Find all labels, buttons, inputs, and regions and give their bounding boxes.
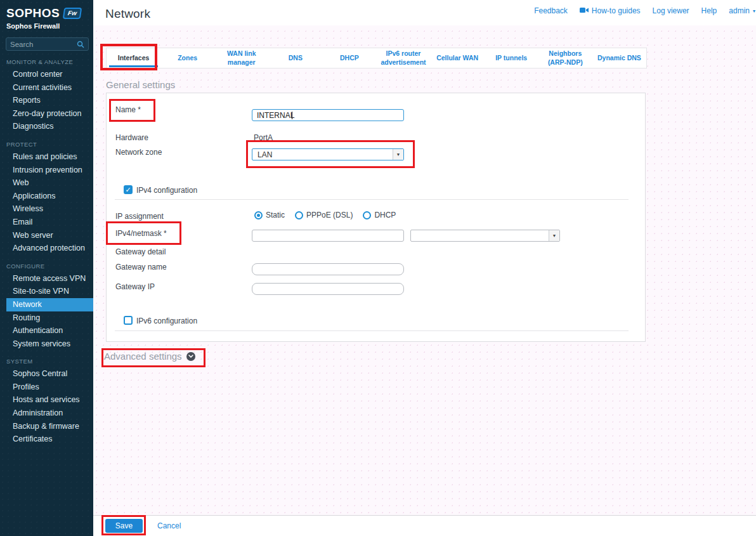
search-input[interactable] bbox=[10, 41, 77, 48]
nav-section-configure: CONFIGURE bbox=[0, 255, 93, 272]
sidebar-item-web[interactable]: Web bbox=[0, 176, 93, 190]
ip-assignment-label: IP assignment bbox=[115, 212, 164, 221]
sidebar-item-intrusion-prevention[interactable]: Intrusion prevention bbox=[0, 164, 93, 177]
howto-guides-link[interactable]: How-to guides bbox=[580, 6, 641, 15]
tab-wan-link-manager[interactable]: WAN link manager bbox=[214, 48, 268, 68]
tab-dhcp[interactable]: DHCP bbox=[322, 48, 376, 68]
gateway-name-input[interactable] bbox=[252, 263, 404, 275]
action-bar: Save Cancel bbox=[93, 515, 756, 536]
sidebar-item-remote-access-vpn[interactable]: Remote access VPN bbox=[0, 272, 93, 285]
tab-dynamic-dns[interactable]: Dynamic DNS bbox=[592, 48, 646, 68]
sidebar-item-diagnostics[interactable]: Diagnostics bbox=[0, 120, 93, 133]
sidebar-item-system-services[interactable]: System services bbox=[0, 337, 93, 351]
text-cursor bbox=[292, 112, 292, 119]
video-camera-icon bbox=[580, 6, 589, 15]
general-settings-panel: Name * Hardware PortA Network zone LAN ▼… bbox=[106, 93, 646, 342]
ip-assignment-options: Static PPPoE (DSL) DHCP bbox=[254, 211, 396, 219]
netmask-select[interactable]: ▼ bbox=[410, 230, 560, 242]
nav-section-protect: PROTECT bbox=[0, 133, 93, 150]
log-viewer-link[interactable]: Log viewer bbox=[653, 6, 689, 15]
sophos-wordmark: SOPHOS bbox=[6, 6, 60, 20]
network-zone-value: LAN bbox=[252, 150, 393, 159]
save-button[interactable]: Save bbox=[105, 519, 143, 533]
sidebar-item-web-server[interactable]: Web server bbox=[0, 229, 93, 242]
help-link[interactable]: Help bbox=[701, 6, 717, 15]
sidebar-item-current-activities[interactable]: Current activities bbox=[0, 81, 93, 95]
name-label: Name * bbox=[115, 105, 141, 114]
sidebar-item-applications[interactable]: Applications bbox=[0, 190, 93, 203]
radio-static-label: Static bbox=[266, 211, 285, 219]
page-title: Network bbox=[105, 7, 150, 21]
sidebar-item-backup-firmware[interactable]: Backup & firmware bbox=[0, 420, 93, 433]
sidebar-item-administration[interactable]: Administration bbox=[0, 407, 93, 420]
sidebar-item-certificates[interactable]: Certificates bbox=[0, 433, 93, 446]
gateway-detail-label: Gateway detail bbox=[115, 247, 166, 256]
ipv4-netmask-label: IPv4/netmask * bbox=[115, 229, 167, 238]
nav-section-monitor-analyze: MONITOR & ANALYZE bbox=[0, 51, 93, 68]
chevron-down-circle-icon[interactable] bbox=[186, 352, 195, 361]
ipv6-configuration-checkbox[interactable] bbox=[124, 316, 133, 325]
radio-static[interactable]: Static bbox=[254, 211, 285, 219]
sidebar-search[interactable] bbox=[6, 37, 89, 51]
sidebar-item-zero-day-protection[interactable]: Zero-day protection bbox=[0, 107, 93, 121]
network-zone-select[interactable]: LAN ▼ bbox=[252, 148, 404, 160]
sidebar-item-reports[interactable]: Reports bbox=[0, 94, 93, 107]
tab-dns[interactable]: DNS bbox=[268, 48, 322, 68]
feedback-label: Feedback bbox=[534, 6, 568, 15]
sidebar-item-wireless[interactable]: Wireless bbox=[0, 202, 93, 216]
help-label: Help bbox=[701, 6, 717, 15]
radio-pppoe-label: PPPoE (DSL) bbox=[306, 211, 353, 219]
radio-unselected-icon bbox=[295, 211, 303, 219]
dropdown-arrow-icon[interactable]: ▼ bbox=[549, 230, 559, 241]
howto-guides-label: How-to guides bbox=[592, 6, 641, 15]
tab-interfaces[interactable]: Interfaces bbox=[107, 48, 160, 68]
radio-pppoe-dsl[interactable]: PPPoE (DSL) bbox=[295, 211, 353, 219]
radio-selected-icon bbox=[254, 211, 263, 219]
sidebar-item-profiles[interactable]: Profiles bbox=[0, 381, 93, 394]
gateway-ip-input[interactable] bbox=[252, 283, 404, 295]
sidebar-item-rules-and-policies[interactable]: Rules and policies bbox=[0, 150, 93, 164]
radio-unselected-icon bbox=[363, 211, 371, 219]
ipv4-configuration-label: IPv4 configuration bbox=[136, 186, 197, 195]
sidebar-item-routing[interactable]: Routing bbox=[0, 311, 93, 325]
dropdown-arrow-icon[interactable]: ▼ bbox=[393, 149, 403, 160]
name-input[interactable] bbox=[252, 109, 404, 121]
ipv4-address-input[interactable] bbox=[252, 230, 404, 242]
ipv6-configuration-label: IPv6 configuration bbox=[136, 317, 197, 325]
sidebar: SOPHOS Fw Sophos Firewall MONITOR & ANAL… bbox=[0, 0, 93, 536]
radio-dhcp-label: DHCP bbox=[374, 211, 396, 219]
tab-cellular-wan[interactable]: Cellular WAN bbox=[431, 48, 485, 68]
sidebar-item-advanced-protection[interactable]: Advanced protection bbox=[0, 242, 93, 255]
radio-dhcp[interactable]: DHCP bbox=[363, 211, 396, 219]
network-zone-label: Network zone bbox=[115, 148, 162, 157]
header-links: Feedback How-to guides Log viewer Help a… bbox=[534, 6, 756, 15]
tab-ip-tunnels[interactable]: IP tunnels bbox=[485, 48, 538, 68]
sidebar-item-email[interactable]: Email bbox=[0, 216, 93, 229]
admin-menu[interactable]: admin ▾ bbox=[729, 6, 755, 15]
gateway-name-label: Gateway name bbox=[115, 263, 167, 271]
sidebar-item-hosts-and-services[interactable]: Hosts and services bbox=[0, 393, 93, 407]
sidebar-item-control-center[interactable]: Control center bbox=[0, 68, 93, 81]
tab-ipv6-router-advertisement[interactable]: IPv6 router advertisement bbox=[376, 48, 430, 68]
brand-subtitle: Sophos Firewall bbox=[0, 20, 93, 30]
sidebar-item-site-to-site-vpn[interactable]: Site-to-site VPN bbox=[0, 285, 93, 298]
advanced-settings-toggle[interactable]: Advanced settings bbox=[104, 351, 195, 362]
brand-logo: SOPHOS Fw bbox=[0, 0, 93, 20]
ipv4-configuration-checkbox[interactable]: ✓ bbox=[124, 185, 133, 194]
general-settings-heading: General settings bbox=[106, 79, 175, 90]
sidebar-item-sophos-central[interactable]: Sophos Central bbox=[0, 367, 93, 381]
admin-label: admin bbox=[729, 6, 750, 15]
tab-neighbors-arp-ndp[interactable]: Neighbors (ARP-NDP) bbox=[538, 48, 592, 68]
gateway-ip-label: Gateway IP bbox=[115, 282, 155, 291]
search-icon[interactable] bbox=[77, 41, 84, 48]
sidebar-item-network[interactable]: Network bbox=[6, 298, 93, 311]
feedback-link[interactable]: Feedback bbox=[534, 6, 568, 15]
hardware-label: Hardware bbox=[115, 133, 148, 142]
hardware-value: PortA bbox=[254, 133, 273, 142]
sidebar-item-authentication[interactable]: Authentication bbox=[0, 324, 93, 337]
nav-section-system: SYSTEM bbox=[0, 350, 93, 367]
tab-zones[interactable]: Zones bbox=[160, 48, 214, 68]
fw-badge-icon: Fw bbox=[63, 8, 82, 19]
advanced-settings-label: Advanced settings bbox=[104, 351, 182, 362]
cancel-button[interactable]: Cancel bbox=[157, 521, 181, 530]
